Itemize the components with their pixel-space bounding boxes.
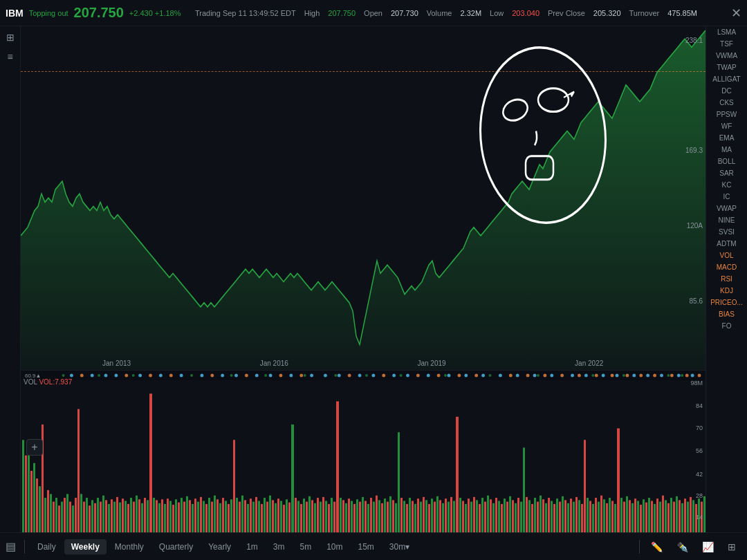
- svg-point-75: [264, 374, 267, 377]
- vol-84: 84: [696, 402, 703, 409]
- svg-rect-221: [395, 503, 397, 532]
- svg-rect-107: [77, 409, 80, 532]
- indicator-twap[interactable]: TWAP: [706, 62, 747, 73]
- timeframe-yearly[interactable]: Yearly: [201, 539, 238, 554]
- svg-rect-284: [570, 498, 572, 532]
- svg-point-28: [464, 373, 468, 377]
- svg-rect-216: [381, 503, 383, 532]
- svg-point-36: [602, 373, 605, 377]
- draw-icon[interactable]: ✒️: [671, 539, 694, 555]
- indicator-nine[interactable]: NINE: [706, 214, 747, 226]
- indicator-svsi[interactable]: SVSI: [706, 226, 747, 238]
- timeframe-daily[interactable]: Daily: [30, 539, 63, 554]
- close-button[interactable]: ✕: [731, 6, 741, 21]
- sidebar-toggle-icon[interactable]: ⊞: [6, 32, 15, 43]
- svg-rect-303: [623, 501, 625, 532]
- svg-rect-213: [373, 501, 375, 532]
- svg-point-62: [595, 373, 598, 377]
- svg-rect-108: [80, 494, 82, 532]
- timeframe-weekly[interactable]: Weekly: [64, 539, 107, 554]
- left-panel: ⊞ ≡: [0, 26, 21, 532]
- svg-rect-123: [122, 498, 124, 532]
- timeframe-1m[interactable]: 1m: [239, 539, 265, 554]
- svg-rect-110: [86, 498, 88, 532]
- indicator-vol[interactable]: VOL: [706, 250, 747, 261]
- chart-container[interactable]: 238.1 169.3 120A 85.6 Jan 2013 Jan 2016 …: [21, 26, 706, 532]
- svg-rect-323: [679, 500, 681, 532]
- indicator-bias[interactable]: BIAS: [706, 308, 747, 320]
- indicator-alligat[interactable]: ALLIGAT: [706, 73, 747, 85]
- timeframe-5m[interactable]: 5m: [293, 539, 318, 554]
- timeframe-30m[interactable]: 30m▾: [382, 539, 416, 554]
- svg-rect-254: [487, 495, 489, 532]
- svg-rect-130: [141, 503, 143, 532]
- indicator-rsi[interactable]: RSI: [706, 273, 747, 285]
- indicator-tsf[interactable]: TSF: [706, 38, 747, 50]
- indicator-vwma[interactable]: VWMA: [706, 50, 747, 62]
- indicator-ic[interactable]: IC: [706, 191, 747, 203]
- svg-rect-166: [241, 495, 243, 532]
- timeframe-quarterly[interactable]: Quarterly: [152, 539, 200, 554]
- indicator-boll[interactable]: BOLL: [706, 156, 747, 167]
- indicator-cks[interactable]: CKS: [706, 97, 747, 109]
- svg-rect-288: [581, 504, 583, 532]
- svg-rect-316: [659, 501, 661, 532]
- signal-label: Topping out: [29, 9, 68, 17]
- grid-icon[interactable]: ⊞: [722, 539, 741, 555]
- svg-rect-144: [181, 498, 183, 532]
- indicator-ppsw[interactable]: PPSW: [706, 109, 747, 120]
- svg-rect-202: [342, 500, 344, 532]
- svg-rect-300: [614, 504, 616, 532]
- svg-point-61: [578, 373, 581, 377]
- price-chart[interactable]: 238.1 169.3 120A 85.6 Jan 2013 Jan 2016 …: [21, 26, 706, 371]
- chart-type-icon[interactable]: 📈: [697, 539, 719, 555]
- high-value: 207.750: [328, 9, 356, 17]
- svg-rect-315: [656, 498, 658, 532]
- svg-rect-219: [389, 496, 391, 532]
- indicator-dc[interactable]: DC: [706, 85, 747, 97]
- indicator-macd[interactable]: MACD: [706, 261, 747, 273]
- svg-rect-275: [545, 503, 547, 532]
- indicator-kdj[interactable]: KDJ: [706, 285, 747, 297]
- svg-rect-149: [194, 498, 196, 532]
- svg-rect-210: [365, 501, 367, 532]
- pencil-icon[interactable]: ✏️: [645, 539, 668, 555]
- indicator-kc[interactable]: KC: [706, 179, 747, 191]
- svg-rect-260: [504, 498, 506, 532]
- svg-rect-264: [515, 503, 517, 532]
- timeframe-buttons: DailyWeeklyMonthlyQuarterlyYearly1m3m5m1…: [30, 539, 416, 554]
- indicator-priceo[interactable]: PRICEO...: [706, 297, 747, 308]
- svg-rect-165: [239, 501, 241, 532]
- svg-rect-289: [584, 440, 586, 532]
- svg-point-35: [584, 373, 588, 377]
- svg-point-76: [304, 374, 306, 377]
- svg-rect-246: [465, 504, 467, 532]
- svg-point-65: [639, 373, 643, 377]
- menu-icon[interactable]: ≡: [7, 51, 12, 62]
- chart-mode-icon[interactable]: ▤: [6, 540, 16, 553]
- timeframe-monthly[interactable]: Monthly: [108, 539, 151, 554]
- svg-rect-181: [283, 505, 285, 532]
- indicator-vwap[interactable]: VWAP: [706, 203, 747, 214]
- indicator-sar[interactable]: SAR: [706, 167, 747, 179]
- indicator-ma[interactable]: MA: [706, 144, 747, 156]
- indicator-fo[interactable]: FO: [706, 320, 747, 332]
- svg-rect-313: [651, 501, 653, 532]
- timeframe-10m[interactable]: 10m: [320, 539, 349, 554]
- svg-point-50: [299, 373, 303, 377]
- svg-point-29: [481, 373, 485, 377]
- x-label-2013: Jan 2013: [102, 360, 131, 367]
- timeframe-3m[interactable]: 3m: [266, 539, 292, 554]
- indicator-wf[interactable]: WF: [706, 120, 747, 132]
- indicator-lsma[interactable]: LSMA: [706, 26, 747, 38]
- svg-point-74: [230, 374, 233, 377]
- svg-rect-328: [692, 500, 694, 532]
- add-indicator-button[interactable]: +: [26, 439, 43, 456]
- svg-rect-127: [133, 501, 135, 532]
- indicator-adtm[interactable]: ADTM: [706, 238, 747, 250]
- indicator-ema[interactable]: EMA: [706, 132, 747, 144]
- svg-point-56: [474, 373, 478, 377]
- svg-point-44: [124, 373, 128, 377]
- svg-rect-255: [490, 499, 492, 532]
- timeframe-15m[interactable]: 15m: [351, 539, 380, 554]
